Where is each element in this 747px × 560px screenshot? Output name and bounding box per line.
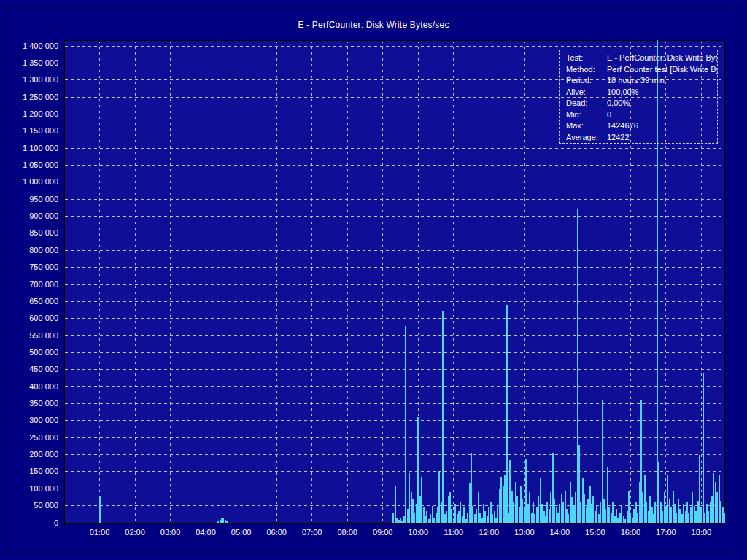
legend-row-value: 100,00% (607, 87, 717, 98)
y-axis-label: 250 000 (13, 434, 58, 442)
legend-row-label: Period: (566, 75, 607, 87)
y-axis-label: 1 200 000 (13, 110, 58, 118)
legend-row: Method:Perf Counter test [Disk Write Byt… (566, 64, 717, 76)
legend-row-value: 0 (607, 109, 717, 121)
perfcounter-chart-window: { "page": { "background": "#000080" }, "… (0, 0, 747, 560)
x-axis-label: 03:00 (155, 528, 187, 537)
y-axis-label: 400 000 (13, 383, 58, 391)
y-axis-label: 600 000 (13, 314, 58, 322)
y-axis-label: 0 (13, 519, 58, 527)
legend-row-label: Dead: (566, 98, 607, 109)
x-axis-label: 05:00 (225, 528, 258, 537)
y-axis-label: 300 000 (13, 416, 58, 424)
x-axis-label: 08:00 (331, 528, 363, 537)
y-axis-label: 450 000 (13, 365, 58, 373)
chart-title: E - PerfCounter: Disk Write Bytes/sec (0, 20, 747, 30)
y-axis-label: 1 250 000 (13, 93, 58, 101)
legend-row-label: Test: (566, 52, 607, 64)
y-axis-label: 1 300 000 (13, 76, 58, 84)
y-axis-label: 550 000 (13, 332, 58, 340)
y-axis-label: 200 000 (13, 451, 58, 459)
y-axis-label: 1 400 000 (13, 42, 58, 50)
legend-row: Test:E - PerfCounter: Disk Write Bytes (566, 52, 717, 64)
x-axis-label: 12:00 (473, 528, 505, 537)
x-axis-label: 18:00 (685, 528, 717, 537)
legend-row-label: Method: (566, 64, 607, 76)
y-axis-label: 700 000 (13, 281, 58, 289)
y-axis-label: 150 000 (13, 467, 58, 475)
x-axis-label: 13:00 (508, 528, 541, 537)
legend-row: Min:0 (566, 109, 717, 121)
y-axis-label: 350 000 (13, 400, 58, 408)
x-axis-label: 11:00 (438, 528, 470, 537)
x-axis-label: 06:00 (260, 528, 293, 537)
y-axis-label: 1 150 000 (13, 127, 58, 135)
legend-row-value: 18 hours 39 min (607, 75, 717, 87)
y-axis-label: 950 000 (13, 195, 58, 203)
x-axis-label: 14:00 (543, 528, 576, 537)
legend-row-label: Average: (566, 132, 607, 144)
legend-row-label: Min: (566, 109, 607, 121)
legend-row: Average:12422 (566, 132, 717, 144)
y-axis-label: 1 350 000 (13, 59, 58, 67)
y-axis-label: 800 000 (13, 246, 58, 254)
y-axis-label: 1 000 000 (13, 178, 58, 186)
y-axis-label: 1 050 000 (13, 161, 58, 169)
legend-row-value: Perf Counter test [Disk Write Byte (607, 64, 717, 76)
x-axis-label: 10:00 (402, 528, 434, 537)
x-axis-label: 09:00 (367, 528, 399, 537)
x-axis-label: 07:00 (296, 528, 328, 537)
legend-row: Dead:0,00% (566, 98, 717, 109)
x-axis-label: 17:00 (650, 528, 682, 537)
legend-row: Max:1424676 (566, 120, 717, 132)
legend-row: Period:18 hours 39 min (566, 75, 717, 87)
y-axis-label: 900 000 (13, 212, 58, 220)
legend-row: Alive:100,00% (566, 87, 717, 98)
legend-row-value: 0,00% (607, 98, 717, 109)
y-axis-label: 100 000 (13, 485, 58, 493)
legend-row-value: 12422 (607, 132, 717, 144)
y-axis-label: 500 000 (13, 349, 58, 357)
legend-row-value: E - PerfCounter: Disk Write Bytes (607, 52, 717, 64)
x-axis-label: 15:00 (579, 528, 611, 537)
legend-box: Test:E - PerfCounter: Disk Write BytesMe… (559, 50, 718, 144)
y-axis-label: 1 100 000 (13, 144, 58, 152)
legend-row-label: Max: (566, 120, 607, 132)
y-axis-label: 850 000 (13, 229, 58, 237)
y-axis-label: 750 000 (13, 263, 58, 271)
y-axis-label: 650 000 (13, 298, 58, 306)
x-axis-label: 02:00 (119, 528, 151, 537)
x-axis-label: 04:00 (190, 528, 222, 537)
y-axis-label: 50 000 (13, 502, 58, 510)
legend-row-label: Alive: (566, 87, 607, 98)
x-axis-label: 16:00 (614, 528, 646, 537)
legend-row-value: 1424676 (607, 120, 717, 132)
x-axis-label: 01:00 (84, 528, 116, 537)
